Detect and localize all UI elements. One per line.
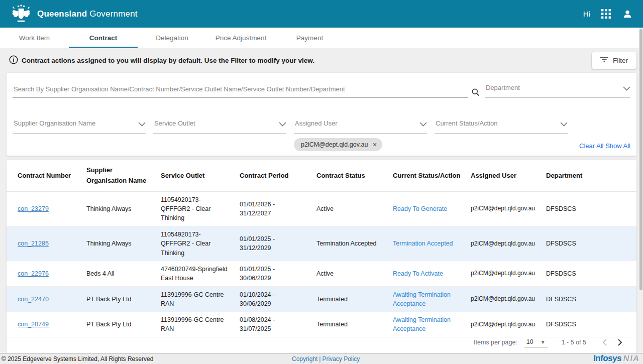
page-size-value: 10	[526, 338, 533, 345]
supplier-organisation-select-label: Supplier Organisation Name	[13, 119, 138, 127]
contract-period-cell: 01/10/2024 - 30/06/2029	[235, 286, 311, 312]
supplier-organisation-select[interactable]: Supplier Organisation Name	[13, 119, 146, 134]
contract-number-link[interactable]: con_20749	[18, 321, 49, 328]
service-outlet-cell: 11054920173-QFFFGR2 - Clear Thinking	[156, 226, 235, 261]
filter-icon	[600, 57, 608, 64]
contract-number-link[interactable]: con_21285	[18, 240, 49, 247]
clear-all-link[interactable]: Clear All	[579, 142, 603, 150]
department-cell: DFSDSCS	[541, 261, 636, 287]
user-profile-icon[interactable]	[622, 9, 633, 20]
supplier-cell: Thinking Always	[81, 226, 156, 261]
col-contract-status: Contract Status	[311, 160, 388, 191]
qld-government-brand: Queensland Government	[10, 4, 138, 24]
current-status-cell: Termination Accepted	[388, 226, 466, 261]
search-icon[interactable]	[471, 88, 480, 96]
vertical-scrollbar-track[interactable]	[639, 28, 643, 353]
department-select[interactable]: Department	[485, 84, 630, 98]
current-status-select[interactable]: Current Status/Action	[435, 119, 568, 134]
status-action-link[interactable]: Termination Accepted	[393, 239, 461, 248]
assigned-user-select-label: Assigned User	[294, 119, 419, 127]
chevron-down-icon	[560, 119, 568, 129]
show-all-link[interactable]: Show All	[605, 142, 630, 150]
contract-period-cell: 01/01/2026 - 31/12/2027	[235, 191, 311, 226]
table-row: con_21285 Thinking Always 11054920173-QF…	[7, 226, 636, 261]
status-action-link[interactable]: Ready To Generate	[393, 204, 461, 213]
chevron-down-icon	[623, 84, 630, 93]
table-row: con_23279 Thinking Always 11054920173-QF…	[7, 191, 636, 226]
contract-number-link[interactable]: con_22470	[18, 296, 49, 303]
qld-coat-of-arms-logo	[10, 4, 32, 24]
supplier-cell: PT Back Pty Ltd	[81, 286, 156, 312]
app-footer: © 2025 Edgeverve Systems Limited, All Ri…	[0, 353, 643, 364]
tab-payment[interactable]: Payment	[275, 28, 344, 48]
footer-copyright-text: © 2025 Edgeverve Systems Limited, All Ri…	[0, 355, 153, 362]
previous-page-icon[interactable]	[602, 339, 607, 346]
table-row: con_20749 PT Back Pty Ltd 113919996-GC C…	[7, 312, 636, 337]
col-service-outlet: Service Outlet	[156, 160, 235, 191]
department-select-label: Department	[485, 84, 623, 91]
supplier-cell: PT Back Pty Ltd	[81, 312, 156, 337]
service-outlet-cell: 113919996-GC Centre RAN	[156, 286, 235, 312]
footer-copyright-link[interactable]: Copyright	[292, 355, 317, 362]
col-assigned-user: Assigned User	[466, 160, 541, 191]
department-cell: DFSDSCS	[541, 286, 636, 312]
supplier-cell: Thinking Always	[81, 191, 156, 226]
search-input[interactable]	[13, 85, 468, 98]
service-outlet-select-label: Service Outlet	[153, 119, 279, 127]
contract-period-cell: 01/08/2024 - 31/07/2025	[235, 312, 311, 337]
assigned-user-cell: p2iCM@dept.qld.gov.au	[466, 261, 541, 287]
assigned-user-select[interactable]: Assigned User	[294, 119, 427, 134]
tab-price-adjustment[interactable]: Price Adjustment	[206, 28, 275, 48]
current-status-cell: Ready To Generate	[388, 191, 466, 226]
current-status-cell: Awaiting Termination Acceptance	[388, 312, 466, 337]
footer-privacy-policy-link[interactable]: Privacy Policy	[322, 355, 360, 362]
col-department: Department	[541, 160, 636, 191]
department-cell: DFSDSCS	[541, 312, 636, 337]
service-outlet-cell: 113919996-GC Centre RAN	[156, 312, 235, 337]
contracts-table-card: Contract Number Supplier Organisation Na…	[7, 160, 636, 353]
assigned-user-cell: p2iCM@dept.qld.gov.au	[466, 191, 541, 226]
status-action-link[interactable]: Awaiting Termination Acceptance	[393, 315, 461, 333]
table-header-row: Contract Number Supplier Organisation Na…	[7, 160, 636, 191]
current-status-cell: Ready To Activate	[388, 261, 466, 287]
contract-period-cell: 01/01/2025 - 31/12/2029	[235, 226, 311, 261]
col-contract-period: Contract Period	[235, 160, 311, 191]
contract-status-cell: Terminated	[311, 286, 388, 312]
vertical-scrollbar-thumb[interactable]	[639, 29, 642, 290]
page-range-text: 1 - 5 of 5	[562, 339, 586, 346]
contract-number-link[interactable]: con_23279	[18, 205, 49, 212]
main-tabbar: Work Item Contract Delegation Price Adju…	[0, 28, 643, 48]
table-row: con_22470 PT Back Pty Ltd 113919996-GC C…	[7, 286, 636, 312]
contract-status-cell: Terminated	[311, 312, 388, 337]
next-page-icon[interactable]	[617, 339, 622, 346]
infosys-logo-text: Infosys	[593, 353, 622, 363]
status-action-link[interactable]: Ready To Activate	[393, 269, 461, 278]
col-contract-number: Contract Number	[7, 160, 81, 191]
info-banner: Contract actions assigned to you will di…	[0, 48, 643, 73]
assigned-user-cell: p2iCM@dept.qld.gov.au	[466, 286, 541, 312]
chevron-down-icon	[279, 119, 286, 129]
tab-work-item[interactable]: Work Item	[0, 28, 69, 48]
tab-contract[interactable]: Contract	[69, 28, 138, 48]
apps-grid-icon[interactable]	[601, 9, 611, 19]
service-outlet-cell: 11054920173-QFFFGR2 - Clear Thinking	[156, 191, 235, 226]
contract-number-link[interactable]: con_22976	[18, 270, 49, 277]
status-action-link[interactable]: Awaiting Termination Acceptance	[393, 290, 461, 308]
caret-down-icon: ▼	[541, 339, 546, 345]
contracts-table: Contract Number Supplier Organisation Na…	[7, 160, 636, 337]
current-status-cell: Awaiting Termination Acceptance	[388, 286, 466, 312]
assigned-user-filter-chip: p2iCM@dept.qld.gov.au ✕	[294, 138, 382, 151]
filter-button[interactable]: Filter	[592, 52, 636, 69]
table-row: con_22976 Beds 4 All 4746020749-Springfi…	[7, 261, 636, 287]
page-size-select[interactable]: 10 ▼	[524, 337, 548, 347]
app-header: Queensland Government Hi	[0, 0, 643, 28]
infosys-nia-logo: Infosys NIA	[593, 353, 640, 363]
current-status-select-label: Current Status/Action	[435, 119, 560, 127]
department-cell: DFSDSCS	[541, 226, 636, 261]
contract-status-cell: Termination Accepted	[311, 226, 388, 261]
department-cell: DFSDSCS	[541, 191, 636, 226]
service-outlet-select[interactable]: Service Outlet	[153, 119, 286, 134]
tab-delegation[interactable]: Delegation	[138, 28, 206, 48]
chip-remove-icon[interactable]: ✕	[372, 142, 377, 148]
filter-button-label: Filter	[613, 57, 628, 64]
